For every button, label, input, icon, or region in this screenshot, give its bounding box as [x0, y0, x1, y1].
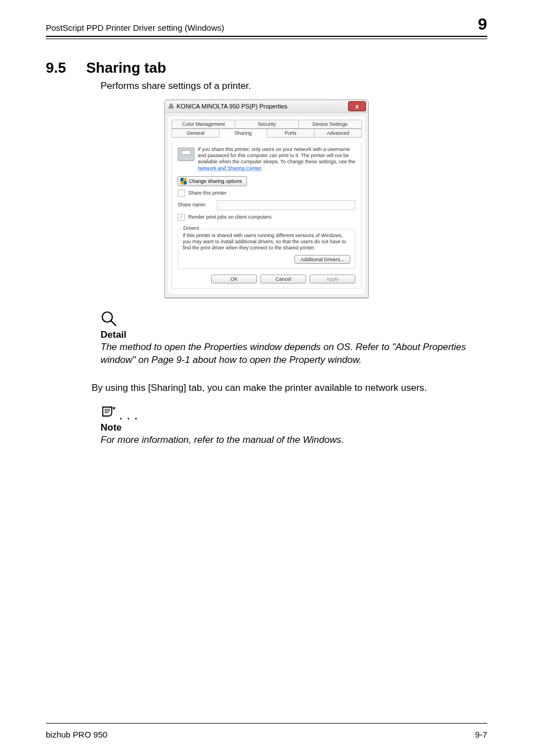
section-number: 9.5 [46, 59, 66, 76]
share-this-printer-checkbox[interactable] [178, 190, 185, 197]
footer-right: 9-7 [475, 730, 487, 739]
note-heading: Note [101, 422, 483, 433]
change-sharing-options-button[interactable]: Change sharing options [178, 176, 247, 186]
tab-security[interactable]: Security [235, 120, 298, 129]
chapter-number: 9 [478, 16, 487, 32]
printer-icon [178, 148, 194, 161]
section-intro: Performs share settings of a printer. [101, 80, 483, 93]
drivers-group-title: Drivers [182, 225, 201, 231]
sharing-info-text: If you share this printer, only users on… [198, 147, 355, 172]
note-text: For more information, refer to the manua… [101, 433, 483, 447]
close-button[interactable]: x [348, 101, 366, 111]
tab-general[interactable]: General [172, 129, 220, 138]
footer-rule [46, 723, 487, 724]
section-heading: 9.5 Sharing tab [46, 59, 487, 77]
render-jobs-checkbox[interactable]: ✓ [178, 214, 185, 221]
drivers-group: Drivers If this printer is shared with u… [178, 229, 355, 269]
tab-device-settings[interactable]: Device Settings [298, 120, 362, 129]
page-header: PostScript PPD Printer Driver setting (W… [46, 16, 487, 34]
share-name-input[interactable] [217, 200, 355, 210]
note-dots: . . . [120, 411, 139, 422]
properties-dialog: 🖶 KONICA MINOLTA 950 PS(P) Properties x … [164, 100, 369, 298]
printer-glyph-icon: 🖶 [168, 103, 174, 110]
detail-text: The method to open the Properties window… [101, 341, 483, 367]
dialog-titlebar: 🖶 KONICA MINOLTA 950 PS(P) Properties x [165, 100, 368, 113]
tab-ports[interactable]: Ports [266, 129, 315, 138]
note-icon: . . . [101, 405, 487, 422]
apply-button[interactable]: Apply [310, 275, 355, 284]
detail-heading: Detail [101, 329, 483, 341]
ok-button[interactable]: OK [211, 275, 257, 284]
footer-left: bizhub PRO 950 [46, 730, 107, 739]
change-sharing-options-label: Change sharing options [189, 178, 242, 184]
header-rule [46, 36, 487, 39]
network-sharing-center-link[interactable]: Network and Sharing Center [198, 166, 261, 171]
share-name-label: Share name: [178, 202, 213, 208]
sharing-info-prefix: If you share this printer, only users on… [198, 147, 355, 165]
svg-line-1 [111, 320, 116, 325]
additional-drivers-button[interactable]: Additional Drivers... [294, 255, 350, 264]
cancel-button[interactable]: Cancel [260, 275, 306, 284]
share-this-printer-label: Share this printer [188, 190, 227, 196]
tab-sharing[interactable]: Sharing [219, 129, 267, 138]
magnifier-icon [101, 310, 487, 329]
running-title: PostScript PPD Printer Driver setting (W… [46, 23, 224, 32]
render-jobs-label: Render print jobs on client computers [188, 214, 272, 220]
drivers-text: If this printer is shared with users run… [183, 233, 350, 252]
shield-icon [180, 178, 187, 185]
dialog-title: KONICA MINOLTA 950 PS(P) Properties [177, 103, 287, 110]
tab-advanced[interactable]: Advanced [314, 129, 362, 138]
page-footer: bizhub PRO 950 9-7 [46, 730, 487, 739]
tab-color-management[interactable]: Color Management [172, 120, 235, 129]
section-title: Sharing tab [86, 59, 166, 76]
sharing-usage-paragraph: By using this [Sharing] tab, you can mak… [92, 381, 483, 395]
